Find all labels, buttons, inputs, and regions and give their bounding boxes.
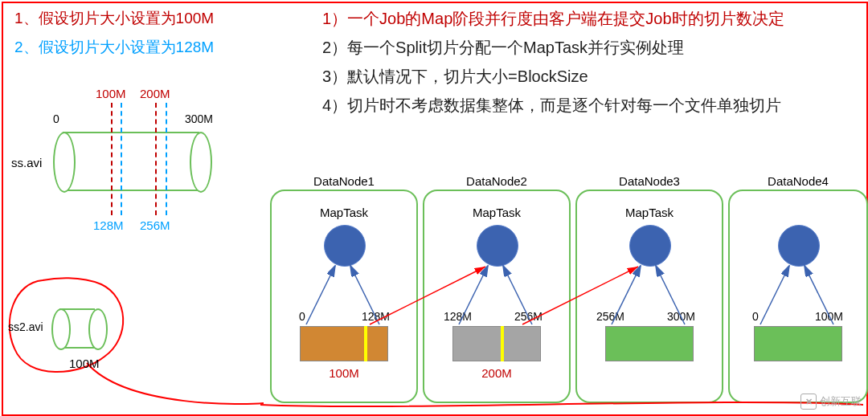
svg-line-6 [612,266,641,324]
svg-line-8 [760,266,789,324]
watermark: ✕ 创新互联 [800,394,862,410]
watermark-icon: ✕ [800,394,817,410]
svg-line-9 [805,266,833,324]
diagram-frame: 1、假设切片大小设置为100M 2、假设切片大小设置为128M 1）一个Job的… [2,2,868,416]
arrows-overlay [3,3,866,414]
svg-line-0 [306,266,335,324]
svg-line-4 [503,266,532,324]
svg-line-1 [350,266,379,324]
watermark-text: 创新互联 [820,394,862,409]
svg-line-7 [656,266,685,324]
svg-line-5 [522,267,638,324]
svg-line-2 [370,267,485,324]
svg-line-3 [459,266,488,324]
